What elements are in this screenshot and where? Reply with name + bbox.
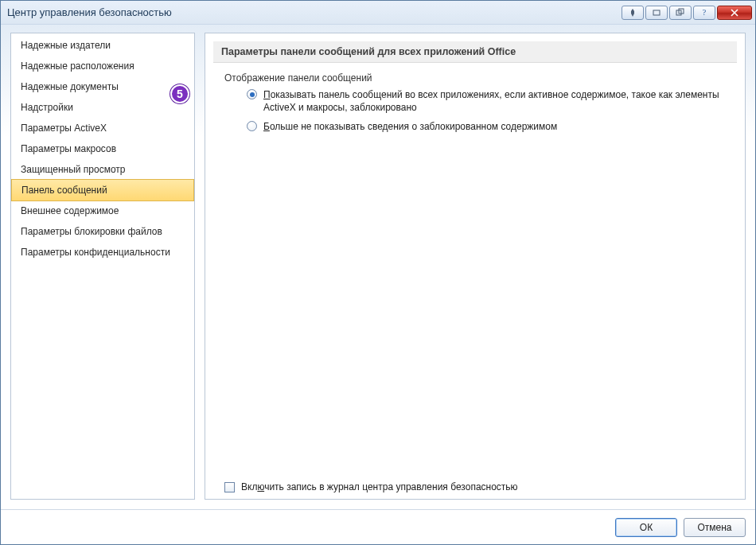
svg-text:?: ? (703, 8, 707, 17)
sidebar-item-label: Надежные расположения (21, 60, 134, 72)
window-title: Центр управления безопасностью (7, 6, 620, 18)
help-icon: ? (699, 8, 709, 18)
close-icon (730, 8, 739, 18)
sidebar-item-macros[interactable]: Параметры макросов (11, 138, 194, 159)
sidebar-item-addins[interactable]: Надстройки (11, 97, 194, 118)
dialog-body: Надежные издатели Надежные расположения … (1, 25, 755, 509)
radio-never-show[interactable] (247, 121, 257, 131)
sidebar-item-protected-view[interactable]: Защищенный просмотр (11, 159, 194, 180)
label-text: оказывать панель сообщений во всех прило… (263, 89, 719, 113)
pin-icon (628, 8, 637, 18)
label-pre: Вкл (241, 481, 257, 492)
section-title: Параметры панели сообщений для всех прил… (213, 41, 737, 63)
hotkey: Б (263, 121, 270, 132)
sidebar-item-label: Внешнее содержимое (21, 205, 119, 216)
sidebar-item-trusted-documents[interactable]: Надежные документы (11, 76, 194, 97)
ok-button[interactable]: ОК (615, 518, 677, 537)
hotkey: П (263, 89, 271, 100)
sidebar-item-privacy[interactable]: Параметры конфиденциальности (11, 242, 194, 263)
sidebar-item-label: Параметры макросов (21, 143, 116, 154)
sidebar-item-activex[interactable]: Параметры ActiveX (11, 118, 194, 138)
sidebar-item-label: Параметры блокировки файлов (21, 226, 162, 237)
maximize-icon (676, 8, 685, 18)
minimize-icon (652, 8, 661, 18)
checkbox-row-enable-logging: Включить запись в журнал центра управлен… (205, 475, 745, 499)
category-sidebar: Надежные издатели Надежные расположения … (10, 33, 195, 500)
section-body: Отображение панели сообщений Показывать … (205, 63, 745, 475)
radio-label-never-show[interactable]: Больше не показывать сведения о заблокир… (263, 120, 557, 133)
titlebar: Центр управления безопасностью ? (1, 1, 755, 25)
maximize-button[interactable] (669, 6, 692, 20)
checkbox-enable-logging[interactable] (224, 482, 235, 492)
main-panel: Параметры панели сообщений для всех прил… (205, 33, 746, 500)
pin-button[interactable] (622, 6, 644, 20)
window-buttons: ? (620, 6, 752, 20)
sidebar-item-label: Параметры ActiveX (21, 123, 107, 134)
radio-row-show-message-bar: Показывать панель сообщений во всех прил… (247, 88, 731, 114)
sidebar-item-label: Надстройки (21, 102, 73, 113)
hotkey: ю (257, 481, 264, 492)
label-text: ольше не показывать сведения о заблокиро… (270, 121, 557, 132)
svg-rect-0 (653, 10, 660, 15)
sidebar-item-label: Защищенный просмотр (21, 164, 126, 175)
checkbox-label-enable-logging[interactable]: Включить запись в журнал центра управлен… (241, 481, 518, 492)
group-label-message-bar-display: Отображение панели сообщений (224, 72, 731, 84)
sidebar-item-label: Панель сообщений (21, 185, 107, 196)
help-button[interactable]: ? (693, 6, 715, 20)
radio-label-show-message-bar[interactable]: Показывать панель сообщений во всех прил… (263, 88, 731, 114)
label-post: чить запись в журнал центра управления б… (264, 481, 517, 492)
radio-row-never-show: Больше не показывать сведения о заблокир… (247, 120, 731, 133)
trust-center-dialog: Центр управления безопасностью ? Надежны… (0, 0, 756, 545)
cancel-button[interactable]: Отмена (684, 518, 746, 537)
close-button[interactable] (717, 6, 752, 20)
sidebar-item-label: Надежные документы (21, 81, 119, 92)
sidebar-item-external-content[interactable]: Внешнее содержимое (11, 200, 194, 221)
minimize-button[interactable] (645, 6, 668, 20)
dialog-footer: ОК Отмена (1, 509, 755, 544)
sidebar-item-message-bar[interactable]: Панель сообщений (11, 179, 194, 201)
sidebar-item-file-block[interactable]: Параметры блокировки файлов (11, 221, 194, 242)
radio-show-message-bar[interactable] (247, 89, 257, 99)
sidebar-item-trusted-locations[interactable]: Надежные расположения (11, 56, 194, 76)
sidebar-item-trusted-publishers[interactable]: Надежные издатели (11, 35, 194, 56)
sidebar-item-label: Надежные издатели (21, 40, 111, 51)
sidebar-item-label: Параметры конфиденциальности (21, 247, 170, 258)
